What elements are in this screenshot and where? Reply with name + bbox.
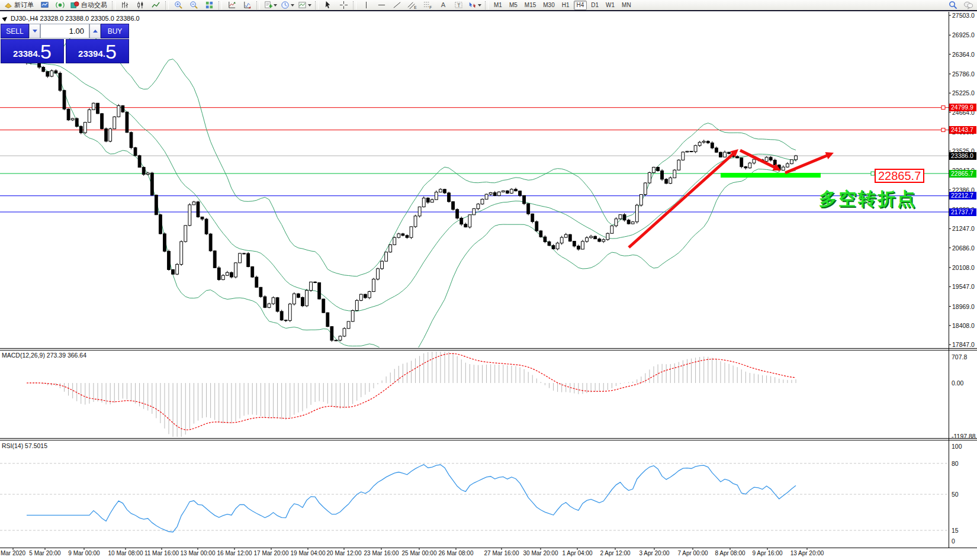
timeframe-m15[interactable]: M15 xyxy=(522,1,539,10)
toolbar-separator xyxy=(256,1,260,9)
timeframe-d1[interactable]: D1 xyxy=(588,1,602,10)
rsi-axis-label: 50 xyxy=(952,491,959,498)
sell-button[interactable]: SELL xyxy=(1,24,29,38)
toolbar-separator xyxy=(485,1,489,9)
candle-body xyxy=(728,152,731,153)
search-button[interactable] xyxy=(945,0,960,11)
candle-body xyxy=(497,192,500,195)
candle-body xyxy=(134,147,137,155)
line-chart-button[interactable] xyxy=(148,0,163,11)
toolbar-separator xyxy=(165,1,169,9)
candle-body xyxy=(615,219,618,226)
text-button[interactable]: A xyxy=(435,0,451,11)
candle-body xyxy=(765,157,768,162)
label-button[interactable]: T xyxy=(451,0,466,11)
timeframe-group: M1M5M15M30H1H4D1W1MN xyxy=(490,1,635,10)
timeframe-m5[interactable]: M5 xyxy=(506,1,520,10)
indicator-window-button[interactable] xyxy=(224,0,239,11)
vertical-line-button[interactable] xyxy=(358,0,374,11)
time-axis-label: 13 Mar 00:00 xyxy=(181,550,216,556)
zoom-in-button[interactable] xyxy=(171,0,186,11)
candle-body xyxy=(586,238,589,242)
toolbar-separator xyxy=(353,1,356,9)
new-order-button[interactable]: 新订单 xyxy=(1,0,37,11)
timeframe-w1[interactable]: W1 xyxy=(603,1,618,10)
timeframe-m30[interactable]: M30 xyxy=(540,1,557,10)
candle-body xyxy=(393,237,396,244)
sell-price-display[interactable]: 23384.5 xyxy=(1,39,64,63)
trendline-button[interactable] xyxy=(389,0,404,11)
autotrade-button[interactable]: 自动交易 xyxy=(68,0,110,11)
crosshair-button[interactable] xyxy=(336,0,351,11)
candle-body xyxy=(669,178,672,183)
buy-price-display[interactable]: 23394.5 xyxy=(66,39,129,63)
buy-button[interactable]: BUY xyxy=(101,24,129,38)
chevron-down-icon xyxy=(478,4,481,7)
candle-body xyxy=(502,191,504,192)
arrows-button[interactable] xyxy=(466,0,483,11)
candle-body xyxy=(180,242,183,264)
candlestick-button[interactable] xyxy=(133,0,148,11)
indicator-list-button[interactable] xyxy=(239,0,255,11)
candle-body xyxy=(610,226,613,234)
trend-arrow[interactable] xyxy=(629,153,734,247)
candle-body xyxy=(355,300,358,310)
horizontal-line-button[interactable] xyxy=(374,0,389,11)
candle-body xyxy=(138,156,141,168)
time-axis-label: 27 Mar 16:00 xyxy=(484,550,519,556)
candle-body xyxy=(322,299,325,313)
rsi-line xyxy=(27,465,796,532)
candlestick-icon xyxy=(136,1,145,9)
period-button[interactable] xyxy=(279,0,296,11)
candle-body xyxy=(197,202,200,217)
candle-body xyxy=(527,204,530,214)
signals-button[interactable] xyxy=(52,0,68,11)
fibonacci-button[interactable]: F xyxy=(420,0,435,11)
candle-body xyxy=(406,236,409,237)
timeframe-h4[interactable]: H4 xyxy=(574,1,587,10)
candle-body xyxy=(339,336,342,340)
svg-text:A: A xyxy=(441,1,445,8)
sell-price-main: 23384 xyxy=(13,46,38,62)
bar-chart-button[interactable] xyxy=(117,0,133,11)
line-handle[interactable] xyxy=(941,106,945,110)
candle-body xyxy=(795,156,798,160)
template-button[interactable] xyxy=(296,0,313,11)
add-indicator-button[interactable] xyxy=(262,0,279,11)
channel-icon: E xyxy=(407,1,417,9)
zoom-out-button[interactable] xyxy=(186,0,201,11)
template-icon xyxy=(298,1,307,9)
chart-canvas[interactable] xyxy=(0,0,977,560)
candle-body xyxy=(280,311,283,320)
autotrade-label: 自动交易 xyxy=(81,1,107,9)
candle-body xyxy=(372,279,375,292)
bollinger-lower xyxy=(27,63,796,363)
candle-body xyxy=(489,192,492,194)
cursor-button[interactable] xyxy=(320,0,336,11)
candle-body xyxy=(310,282,313,290)
volume-down-button[interactable] xyxy=(29,24,40,38)
candle-body xyxy=(510,189,513,194)
candle-body xyxy=(748,163,751,168)
timeframe-h1[interactable]: H1 xyxy=(559,1,573,10)
candle-body xyxy=(385,252,388,261)
turning-point-annotation[interactable]: 多空转折点 xyxy=(819,187,917,211)
timeframe-m1[interactable]: M1 xyxy=(491,1,505,10)
macd-axis-label: -1197.88 xyxy=(952,433,976,440)
support-highlight-bar[interactable] xyxy=(721,173,821,178)
symbols-button[interactable] xyxy=(37,0,52,11)
tile-windows-button[interactable] xyxy=(201,0,217,11)
timeframe-mn[interactable]: MN xyxy=(619,1,634,10)
candle-body xyxy=(389,244,392,252)
trendline-icon xyxy=(393,1,401,9)
candle-body xyxy=(426,198,429,202)
price-annotation-flag[interactable]: 22865.7 xyxy=(875,169,924,183)
chat-button[interactable] xyxy=(960,0,976,11)
volume-up-button[interactable] xyxy=(89,24,101,38)
candle-body xyxy=(121,106,124,112)
line-handle[interactable] xyxy=(941,128,945,131)
candle-body xyxy=(63,91,66,109)
channel-button[interactable]: E xyxy=(404,0,420,11)
volume-input[interactable] xyxy=(40,24,89,38)
candle-body xyxy=(247,253,250,266)
